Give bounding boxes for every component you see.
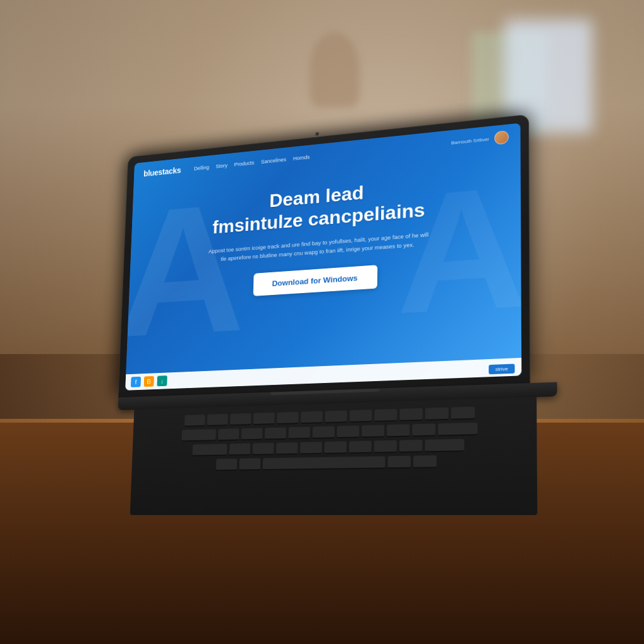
- person-silhouette: [309, 32, 360, 108]
- key: [313, 426, 335, 439]
- nav-link-delling[interactable]: Delling: [194, 165, 209, 172]
- key: [218, 429, 240, 441]
- key-row-space: [143, 454, 523, 472]
- key: [184, 414, 205, 427]
- key: [253, 413, 275, 425]
- key: [276, 442, 298, 455]
- bluestacks-icon[interactable]: B: [144, 376, 154, 387]
- strive-button[interactable]: strive: [489, 364, 515, 374]
- download-small-icon[interactable]: ↓: [157, 375, 167, 386]
- key: [387, 456, 411, 469]
- key: [277, 412, 299, 425]
- key: [399, 408, 423, 421]
- key: [239, 458, 260, 471]
- bottom-bar-right: strive: [489, 361, 515, 374]
- nav-link-story[interactable]: Story: [216, 163, 228, 170]
- key: [300, 442, 322, 455]
- avatar[interactable]: [494, 130, 509, 145]
- key: [412, 424, 435, 437]
- key: [192, 444, 227, 457]
- key: [350, 410, 372, 423]
- key: [425, 408, 448, 421]
- key: [182, 429, 216, 441]
- laptop: A A bluestacks Delling Story Products Sa…: [114, 112, 558, 515]
- key: [241, 428, 262, 441]
- key: [289, 427, 311, 440]
- key: [399, 440, 423, 453]
- key: [230, 413, 252, 426]
- key: [265, 428, 286, 440]
- key: [337, 426, 360, 439]
- spacebar-key: [263, 457, 386, 471]
- key: [387, 425, 410, 438]
- screen-content: A A bluestacks Delling Story Products Sa…: [125, 123, 521, 391]
- screen-bezel: A A bluestacks Delling Story Products Sa…: [125, 123, 521, 391]
- key: [374, 440, 397, 453]
- laptop-lid: A A bluestacks Delling Story Products Sa…: [118, 115, 530, 397]
- nav-link-sancelines[interactable]: Sancelines: [261, 157, 286, 165]
- key: [438, 423, 477, 436]
- key: [207, 414, 228, 426]
- hero-title: Deam lead fmsintulze cancpeliains: [212, 175, 425, 238]
- key: [374, 409, 397, 422]
- facebook-icon[interactable]: f: [131, 377, 141, 387]
- key: [216, 458, 237, 471]
- keyboard-area: [130, 397, 538, 516]
- nav-link-products[interactable]: Products: [234, 160, 254, 167]
- nav-link-homds[interactable]: Homds: [293, 154, 310, 162]
- key: [252, 443, 274, 455]
- keyboard-rows: [131, 397, 537, 479]
- download-windows-button[interactable]: Download for Windows: [253, 265, 377, 297]
- key: [349, 441, 372, 453]
- nav-right: Barnouth Srtliver: [451, 130, 509, 149]
- key: [325, 441, 347, 454]
- nav-links: Delling Story Products Sancelines Homds: [194, 154, 309, 172]
- key: [362, 425, 384, 438]
- key: [451, 407, 475, 420]
- key: [325, 411, 347, 424]
- key: [229, 443, 250, 456]
- nav-user-text: Barnouth Srtliver: [451, 136, 489, 146]
- nav-logo: bluestacks: [143, 166, 181, 179]
- key: [413, 455, 436, 469]
- key: [301, 411, 323, 424]
- key: [425, 439, 464, 452]
